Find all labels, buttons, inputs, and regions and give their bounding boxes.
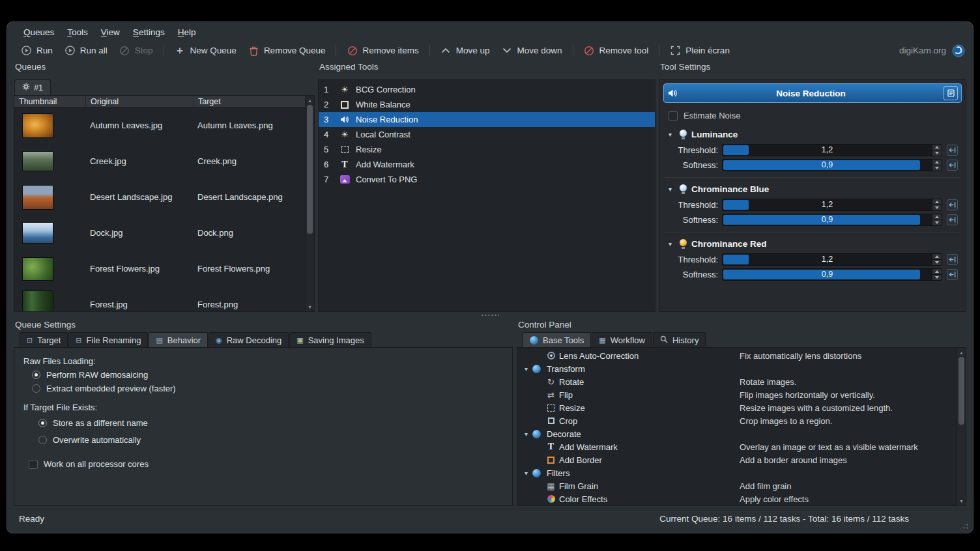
tree-category-decorate[interactable]: ▾ Decorate (517, 427, 957, 440)
tab-behavior[interactable]: ▤ Behavior (149, 332, 208, 347)
stop-button[interactable]: Stop (113, 42, 159, 59)
move-down-button[interactable]: Move down (496, 42, 568, 59)
queue-row-autumn-leaves[interactable]: Autumn Leaves.jpg Autumn Leaves.png (14, 107, 305, 143)
chrominance-red-section-header[interactable]: ▾ Chrominance Red (663, 237, 962, 251)
option-store-different-name[interactable]: Store as a different name (38, 414, 512, 431)
spin-up-button[interactable] (932, 199, 942, 205)
remove-items-button[interactable]: Remove items (341, 42, 424, 59)
radio-button[interactable] (32, 371, 40, 379)
reset-default-button[interactable] (947, 254, 958, 265)
scroll-up-arrow-icon[interactable]: ▴ (306, 96, 314, 104)
tab-raw-decoding[interactable]: ◉ Raw Decoding (209, 332, 289, 347)
remove-tool-button[interactable]: Remove tool (578, 42, 655, 59)
tree-item-crop[interactable]: Crop Crop images to a region. (517, 414, 957, 427)
move-up-button[interactable]: Move up (435, 42, 496, 59)
radio-button[interactable] (38, 419, 47, 427)
softness-slider[interactable]: 0,9 (722, 268, 942, 281)
column-header-original[interactable]: Original (86, 96, 194, 107)
run-all-button[interactable]: Run all (59, 42, 113, 59)
expand-arrow-icon[interactable]: ▾ (522, 365, 530, 373)
menu-tools[interactable]: Tools (61, 26, 94, 38)
column-header-thumbnail[interactable]: Thumbnail (14, 96, 86, 107)
expand-arrow-icon[interactable]: ▾ (522, 431, 530, 438)
tool-help-button[interactable] (944, 86, 958, 100)
scroll-down-arrow-icon[interactable]: ▾ (957, 497, 966, 505)
tree-item-resize[interactable]: Resize Resize images with a customized l… (517, 401, 957, 414)
softness-slider[interactable]: 0,9 (722, 159, 942, 171)
remove-queue-button[interactable]: Remove Queue (242, 42, 332, 59)
threshold-slider[interactable]: 1,2 (722, 253, 942, 266)
tab-base-tools[interactable]: Base Tools (523, 332, 591, 347)
tab-workflow[interactable]: ▦ Workflow (592, 332, 652, 347)
tab-history[interactable]: History (653, 332, 706, 347)
expand-arrow-icon[interactable]: ▾ (522, 470, 530, 477)
tool-row-noise-reduction[interactable]: 3 Noise Reduction (319, 112, 655, 127)
tree-item-add-watermark[interactable]: T Add Watermark Overlay an image or text… (517, 440, 957, 453)
tool-row-resize[interactable]: 5 Resize (319, 142, 655, 157)
threshold-slider[interactable]: 1,2 (722, 199, 942, 211)
fullscreen-button[interactable]: Plein écran (664, 42, 736, 59)
spin-up-button[interactable] (932, 254, 942, 260)
tree-item-flip[interactable]: ⇄ Flip Flip images horizontally or verti… (517, 388, 957, 401)
scroll-down-arrow-icon[interactable]: ▾ (306, 303, 314, 311)
spin-down-button[interactable] (932, 275, 942, 280)
tool-row-add-watermark[interactable]: 6 T Add Watermark (319, 157, 655, 172)
tree-item-film-grain[interactable]: ▦ Film Grain Add film grain (517, 479, 957, 492)
tab-saving-images[interactable]: ▣ Saving Images (289, 332, 371, 347)
queue-row-forest-flowers[interactable]: Forest Flowers.jpg Forest Flowers.png (14, 251, 305, 287)
queue-row-dock[interactable]: Dock.jpg Dock.png (14, 215, 305, 251)
spin-up-button[interactable] (932, 214, 942, 220)
tool-row-white-balance[interactable]: 2 White Balance (319, 97, 655, 112)
spin-down-button[interactable] (932, 260, 942, 265)
scrollbar-thumb[interactable] (307, 105, 313, 234)
reset-default-button[interactable] (947, 145, 958, 156)
softness-slider[interactable]: 0,9 (722, 214, 942, 226)
reset-default-button[interactable] (947, 160, 958, 171)
reset-default-button[interactable] (947, 214, 958, 225)
horizontal-splitter[interactable] (14, 312, 966, 318)
option-work-all-cores[interactable]: Work on all processor cores (29, 459, 512, 469)
option-extract-embedded-preview[interactable]: Extract embedded preview (faster) (32, 382, 512, 395)
tool-row-convert-to-png[interactable]: 7 Convert To PNG (319, 172, 655, 187)
queue-row-creek[interactable]: Creek.jpg Creek.png (14, 143, 305, 179)
scroll-up-arrow-icon[interactable]: ▴ (957, 348, 966, 356)
tool-row-bcg-correction[interactable]: 1 ☀ BCG Correction (319, 82, 655, 97)
new-queue-button[interactable]: + New Queue (169, 42, 242, 59)
spin-down-button[interactable] (932, 150, 942, 156)
scrollbar-thumb[interactable] (958, 357, 964, 425)
tab-target[interactable]: ⊡ Target (20, 332, 68, 347)
threshold-slider[interactable]: 1,2 (722, 144, 942, 156)
tree-item-rotate[interactable]: ↻ Rotate Rotate images. (517, 375, 957, 388)
tree-item-add-border[interactable]: Add Border Add a border around images (517, 453, 957, 466)
luminance-section-header[interactable]: ▾ Luminance (663, 128, 962, 141)
radio-button[interactable] (32, 384, 40, 393)
menu-view[interactable]: View (95, 26, 126, 38)
tool-row-local-contrast[interactable]: 4 ☀ Local Contrast (319, 127, 655, 142)
tree-item-color-effects[interactable]: Color Effects Apply color effects (517, 492, 957, 505)
menu-queues[interactable]: Queues (18, 26, 60, 38)
estimate-noise-checkbox[interactable] (669, 111, 678, 120)
queue-row-desert-landscape[interactable]: Desert Landscape.jpg Desert Landscape.pn… (14, 179, 305, 215)
tree-category-transform[interactable]: ▾ Transform (517, 362, 957, 375)
digikam-logo-icon[interactable] (952, 44, 965, 57)
spin-up-button[interactable] (932, 145, 942, 150)
tree-item-lens-auto-correction[interactable]: Lens Auto-Correction Fix automatically l… (517, 349, 957, 362)
option-overwrite-automatically[interactable]: Overwrite automatically (38, 431, 512, 448)
spin-down-button[interactable] (932, 205, 942, 210)
queue-row-forest[interactable]: Forest.jpg Forest.png (14, 287, 305, 311)
tab-file-renaming[interactable]: ⊟ File Renaming (68, 332, 148, 347)
queue-tab-1[interactable]: #1 (14, 79, 51, 95)
spin-down-button[interactable] (932, 220, 942, 225)
control-panel-scrollbar[interactable]: ▴ ▾ (957, 348, 966, 505)
column-header-target[interactable]: Target (194, 96, 305, 107)
option-perform-raw-demosaicing[interactable]: Perform RAW demosaicing (32, 368, 512, 382)
menu-settings[interactable]: Settings (127, 26, 171, 38)
menu-help[interactable]: Help (172, 26, 202, 38)
reset-default-button[interactable] (947, 199, 958, 210)
spin-down-button[interactable] (932, 165, 942, 171)
reset-default-button[interactable] (947, 269, 958, 280)
checkbox[interactable] (29, 460, 38, 469)
spin-up-button[interactable] (932, 160, 942, 165)
spin-up-button[interactable] (932, 269, 942, 275)
chrominance-blue-section-header[interactable]: ▾ Chrominance Blue (663, 182, 962, 196)
